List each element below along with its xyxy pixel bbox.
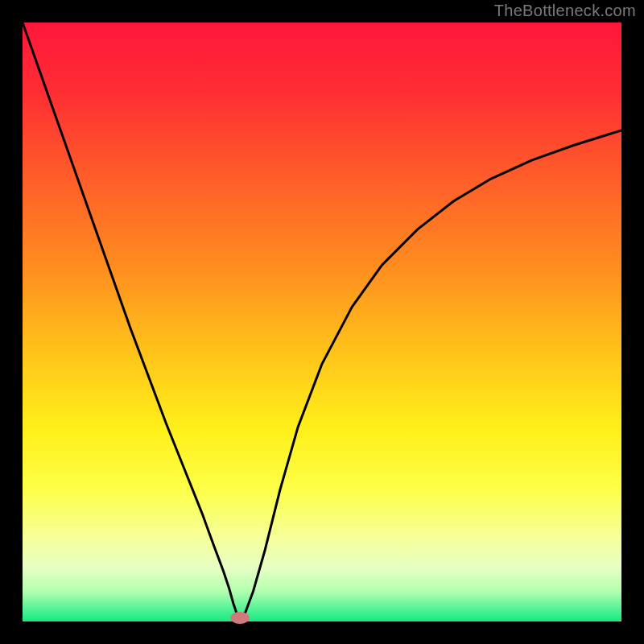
chart-svg: [0, 0, 644, 644]
chart-container: TheBottleneck.com: [0, 0, 644, 644]
optimal-point-marker: [230, 612, 250, 624]
watermark-text: TheBottleneck.com: [494, 2, 636, 20]
plot-background: [23, 23, 621, 621]
